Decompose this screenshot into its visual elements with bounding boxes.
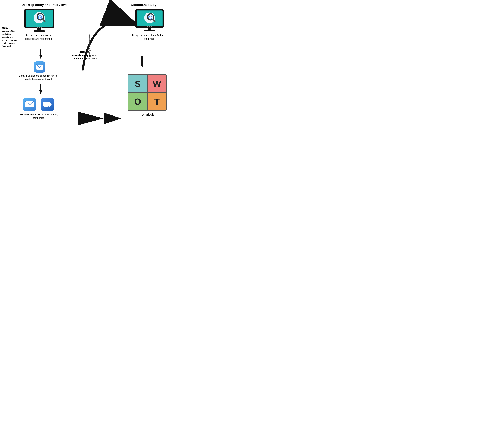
- svg-point-36: [149, 26, 150, 27]
- icons-row: [23, 98, 54, 111]
- svg-marker-8: [79, 112, 104, 125]
- svg-rect-18: [34, 30, 45, 32]
- svg-rect-24: [43, 102, 49, 107]
- left-step3-label: Interviews conducted with responding com…: [18, 113, 59, 120]
- left-section-header: Desktop study and interviews: [19, 3, 70, 7]
- zoom-icon: [41, 98, 54, 111]
- study1-label: STUDY 1: Mapping of the market for acous…: [2, 27, 17, 48]
- right-monitor: G: [134, 8, 165, 33]
- svg-rect-34: [144, 30, 155, 31]
- svg-rect-17: [37, 28, 41, 30]
- swot-w-cell: W: [147, 75, 167, 93]
- email-icon-small: [34, 62, 45, 72]
- email-icon-large: [23, 98, 36, 111]
- left-step1-label: Products and companies identified and re…: [21, 34, 56, 41]
- svg-marker-2: [39, 55, 42, 59]
- swot-grid: S W O T: [128, 74, 166, 111]
- svg-point-35: [147, 26, 148, 27]
- svg-marker-6: [141, 64, 144, 68]
- svg-rect-7: [141, 55, 143, 64]
- svg-point-20: [39, 27, 40, 28]
- left-step2-label: E-mail invitations to either Zoom or e-m…: [18, 74, 59, 81]
- right-step1-label: Policy documents identified and examined: [127, 34, 170, 41]
- process-repeated-label: Process repeated for Study 2: [89, 32, 91, 57]
- svg-marker-9: [104, 113, 121, 124]
- swot-s-cell: S: [128, 75, 147, 93]
- svg-rect-5: [40, 84, 41, 91]
- right-section-header: Document study: [120, 3, 167, 7]
- svg-rect-33: [148, 28, 152, 30]
- svg-rect-3: [40, 49, 41, 55]
- swot-container: S W O T Analysis: [128, 73, 169, 116]
- study2-label: STUDY 2: Potential new products from und…: [70, 50, 99, 60]
- svg-point-37: [151, 26, 152, 27]
- svg-point-21: [41, 27, 42, 28]
- svg-marker-25: [49, 102, 52, 107]
- svg-marker-4: [39, 90, 42, 95]
- left-monitor: G: [23, 8, 55, 33]
- page-container: Desktop study and interviews Document st…: [0, 0, 178, 153]
- swot-t-cell: T: [147, 93, 167, 110]
- swot-o-cell: O: [128, 93, 147, 110]
- analysis-label: Analysis: [128, 113, 169, 116]
- svg-point-19: [36, 27, 38, 28]
